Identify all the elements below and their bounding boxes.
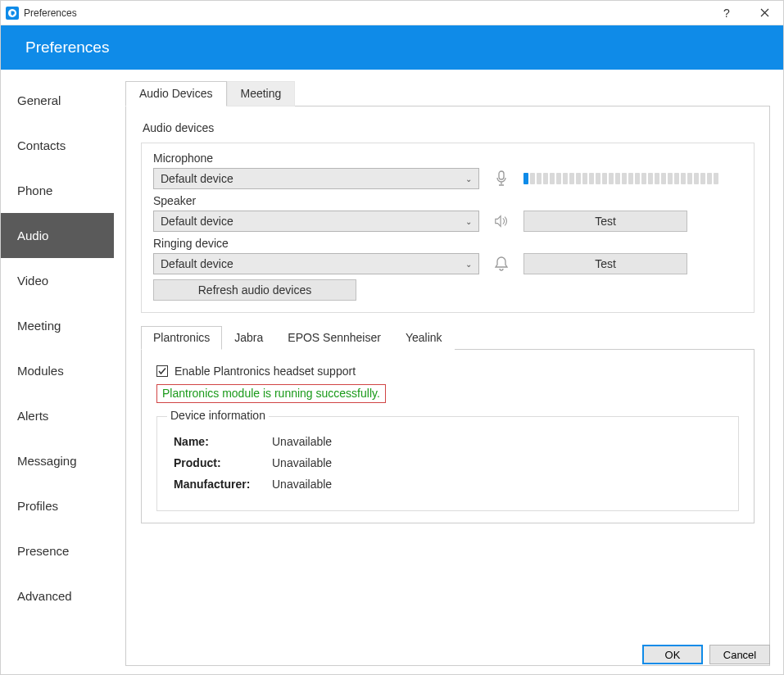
level-segment [622, 173, 627, 184]
device-info-row: Manufacturer:Unavailable [170, 478, 725, 491]
ringing-select[interactable]: Default device ⌄ [153, 253, 479, 274]
tab-audio-devices[interactable]: Audio Devices [125, 81, 227, 106]
level-segment [635, 173, 640, 184]
sidebar-item-messaging[interactable]: Messaging [1, 438, 114, 483]
titlebar: Preferences ? [1, 1, 783, 25]
svg-rect-0 [499, 171, 504, 179]
sidebar-item-phone[interactable]: Phone [1, 168, 114, 213]
sidebar-item-profiles[interactable]: Profiles [1, 483, 114, 528]
sidebar-item-contacts[interactable]: Contacts [1, 123, 114, 168]
device-info-key: Manufacturer: [174, 478, 272, 491]
speaker-value: Default device [161, 215, 233, 228]
speaker-select[interactable]: Default device ⌄ [153, 211, 479, 232]
level-segment [569, 173, 574, 184]
speaker-test-button[interactable]: Test [523, 211, 687, 232]
level-segment [615, 173, 620, 184]
speaker-icon [494, 214, 509, 229]
headset-tab-jabra[interactable]: Jabra [222, 326, 275, 350]
level-segment [648, 173, 653, 184]
level-segment [668, 173, 673, 184]
device-info-box: Device information Name:UnavailableProdu… [156, 416, 739, 511]
level-segment [714, 173, 718, 184]
level-segment [543, 173, 548, 184]
level-segment [694, 173, 699, 184]
cancel-button[interactable]: Cancel [709, 645, 770, 664]
headset-tab-yealink[interactable]: Yealink [393, 326, 455, 350]
device-info-row: Product:Unavailable [170, 456, 725, 469]
level-segment [576, 173, 581, 184]
level-segment [700, 173, 705, 184]
level-segment [641, 173, 646, 184]
level-segment [530, 173, 535, 184]
level-segment [550, 173, 555, 184]
tab-meeting[interactable]: Meeting [227, 81, 296, 106]
device-info-key: Name: [174, 435, 272, 448]
level-segment [596, 173, 600, 184]
ringing-test-button[interactable]: Test [523, 253, 687, 274]
level-segment [602, 173, 607, 184]
enable-plantronics-checkbox[interactable] [156, 365, 168, 377]
sidebar-item-general[interactable]: General [1, 78, 114, 123]
level-segment [681, 173, 686, 184]
chevron-down-icon: ⌄ [465, 174, 472, 183]
device-info-value: Unavailable [272, 478, 332, 491]
bell-icon [494, 256, 509, 272]
sidebar-item-meeting[interactable]: Meeting [1, 303, 114, 348]
level-segment [582, 173, 587, 184]
sidebar-item-presence[interactable]: Presence [1, 528, 114, 573]
audio-devices-block: Microphone Default device ⌄ Speak [141, 143, 755, 313]
chevron-down-icon: ⌄ [465, 260, 472, 269]
sidebar-item-video[interactable]: Video [1, 258, 114, 303]
level-segment [628, 173, 633, 184]
sidebar: GeneralContactsPhoneAudioVideoMeetingMod… [1, 70, 114, 674]
level-segment [674, 173, 679, 184]
microphone-value: Default device [161, 172, 233, 185]
enable-plantronics-label: Enable Plantronics headset support [174, 365, 356, 378]
microphone-level [523, 173, 742, 184]
level-segment [556, 173, 561, 184]
device-info-value: Unavailable [272, 435, 332, 448]
level-segment [661, 173, 666, 184]
window-title: Preferences [24, 7, 77, 19]
dialog-footer: OK Cancel [642, 645, 770, 664]
device-info-key: Product: [174, 456, 272, 469]
header-title: Preferences [25, 39, 109, 57]
header: Preferences [1, 25, 783, 70]
device-info-row: Name:Unavailable [170, 435, 725, 448]
headset-tab-plantronics[interactable]: Plantronics [141, 326, 222, 350]
app-icon [6, 7, 19, 20]
level-segment [655, 173, 659, 184]
headset-tab-epos-sennheiser[interactable]: EPOS Sennheiser [275, 326, 393, 350]
device-info-title: Device information [167, 409, 269, 422]
level-segment [563, 173, 568, 184]
level-segment [537, 173, 542, 184]
device-info-value: Unavailable [272, 456, 332, 469]
microphone-label: Microphone [153, 152, 742, 165]
level-segment [687, 173, 692, 184]
plantronics-panel: Enable Plantronics headset support Plant… [141, 349, 755, 523]
headset-tabs: PlantronicsJabraEPOS SennheiserYealink [141, 326, 755, 350]
level-segment [707, 173, 712, 184]
sidebar-item-audio[interactable]: Audio [1, 213, 114, 258]
sidebar-item-alerts[interactable]: Alerts [1, 393, 114, 438]
plantronics-status: Plantronics module is running successful… [156, 384, 386, 403]
sidebar-item-advanced[interactable]: Advanced [1, 573, 114, 618]
ringing-label: Ringing device [153, 237, 742, 250]
level-segment [609, 173, 614, 184]
close-button[interactable] [745, 1, 783, 25]
audio-devices-panel: Audio devices Microphone Default device … [125, 106, 770, 666]
speaker-label: Speaker [153, 194, 742, 207]
level-segment [523, 173, 528, 184]
help-button[interactable]: ? [708, 1, 745, 25]
sidebar-item-modules[interactable]: Modules [1, 348, 114, 393]
chevron-down-icon: ⌄ [465, 217, 472, 226]
ringing-value: Default device [161, 257, 233, 270]
level-segment [589, 173, 594, 184]
ok-button[interactable]: OK [642, 645, 703, 664]
refresh-audio-button[interactable]: Refresh audio devices [153, 279, 356, 301]
microphone-icon [494, 170, 509, 187]
audio-section-title: Audio devices [143, 121, 755, 134]
microphone-select[interactable]: Default device ⌄ [153, 168, 479, 189]
top-tabs: Audio DevicesMeeting [125, 81, 770, 106]
